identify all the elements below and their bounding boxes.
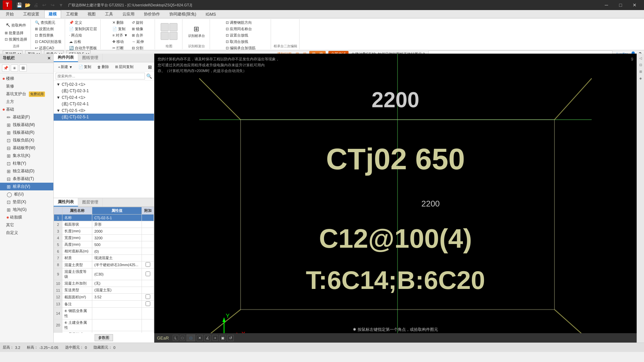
nav-item-base-support[interactable]: 基坑支护台 免费试用 xyxy=(0,90,53,98)
right-sb-btn-2[interactable]: ⊡ xyxy=(638,62,644,68)
nav-pin-icon[interactable]: 📌 xyxy=(2,64,9,72)
nav-item-other[interactable]: 其它 xyxy=(0,221,53,229)
tab-property-list[interactable]: 属性列表 xyxy=(54,198,78,206)
tab-tools[interactable]: 工具 xyxy=(101,10,117,18)
quick-redo[interactable]: ↪ xyxy=(49,1,56,9)
nav-item-foundation-beam[interactable]: ✏ 基础梁(F) xyxy=(0,113,53,121)
canvas-btn-grid[interactable]: ▣ xyxy=(219,335,226,341)
tree-item-ctj02-4[interactable]: ▼ CTj-02-4 <1> xyxy=(54,95,154,101)
prop-row-attach-11[interactable] xyxy=(142,294,154,301)
set-scale-btn[interactable]: ⊞ 设置比例 xyxy=(34,26,63,32)
two-points-btn[interactable]: · 两点绘 xyxy=(68,33,98,38)
draw-tool-4[interactable] xyxy=(169,32,177,40)
right-sb-btn-1[interactable]: ◁ xyxy=(638,55,644,61)
set-release-btn[interactable]: ⊡ 设置台放线 xyxy=(224,33,257,38)
new-component-btn[interactable]: + 新建 ▼ xyxy=(56,63,75,70)
quick-more[interactable]: ▼ xyxy=(57,1,65,9)
canvas-btn-L[interactable]: L xyxy=(173,335,178,341)
copy-layer-btn[interactable]: 📄 复制到其它层 xyxy=(68,26,98,32)
draw-tool-3[interactable] xyxy=(161,32,169,40)
copy-btn[interactable]: 📄 复制 xyxy=(111,26,129,32)
nav-item-column-pier[interactable]: ⊡ 柱墩(Y) xyxy=(0,160,53,167)
nav-item-trench[interactable]: ⊞ 地沟(G) xyxy=(0,206,53,214)
tab-engineering[interactable]: 工程设置 xyxy=(19,10,44,18)
tab-coop[interactable]: 协价协作 xyxy=(140,10,164,18)
canvas-btn-x[interactable]: ✕ xyxy=(197,335,203,341)
right-sb-btn-4[interactable]: ◈ xyxy=(638,75,644,81)
extend-btn[interactable]: → 延伸 xyxy=(130,39,145,45)
nav-list-icon[interactable]: ≡ xyxy=(11,64,18,72)
nav-item-isolated[interactable]: ⊞ 独立基础(D) xyxy=(0,167,53,175)
tab-coop2[interactable]: 协同建模(限免) xyxy=(165,10,201,18)
prop-row-value-0[interactable] xyxy=(92,215,142,221)
component-list-expand-icon[interactable]: ⊞ xyxy=(148,64,152,70)
nav-item-base-band[interactable]: ⊟ 基础板带(W) xyxy=(0,144,53,152)
prop-row-attach-7[interactable] xyxy=(142,261,154,268)
canvas-btn-plus[interactable]: + xyxy=(212,335,218,341)
find-replace-btn[interactable]: ⊡ 查找替换 xyxy=(34,33,63,38)
quick-open[interactable]: 📂 xyxy=(24,1,31,9)
nav-item-foundation[interactable]: 基础 xyxy=(0,106,53,113)
right-sb-btn-3[interactable]: ⊞ xyxy=(638,68,644,74)
floor-copy-btn[interactable]: ⊞ 层间复制 xyxy=(113,63,136,70)
cad-identify-btn[interactable]: ⊡ CAD识别选项 xyxy=(34,39,63,45)
nav-item-raft-rebar[interactable]: ⊡ 筏板负筋(X) xyxy=(0,136,53,144)
quick-undo[interactable]: ↩ xyxy=(41,1,48,9)
tab-drawing-mgmt[interactable]: 图纸管理 xyxy=(78,54,103,62)
tab-component-list[interactable]: 构件列表 xyxy=(54,54,78,62)
maximize-btn[interactable]: □ xyxy=(614,0,627,10)
draw-tool-1[interactable] xyxy=(161,23,169,31)
nav-item-strip[interactable]: ⊟ 条形基础(T) xyxy=(0,175,53,183)
quick-print[interactable]: 🖨 xyxy=(32,1,40,9)
tab-layer-mgmt[interactable]: 图层管理 xyxy=(78,198,103,206)
nav-item-cushion[interactable]: ⊡ 垫层(X) xyxy=(0,198,53,206)
nav-item-pile[interactable]: ◯ 桩(U) xyxy=(0,190,53,198)
nav-grid-icon[interactable]: ⊞ xyxy=(19,64,27,72)
delete-btn[interactable]: ✕ 删除 xyxy=(111,20,129,25)
nav-item-custom[interactable]: 自定义 xyxy=(0,229,53,237)
prop-row-attach-12[interactable] xyxy=(142,301,154,308)
tab-cloud[interactable]: 云应用 xyxy=(118,10,139,18)
tab-engineering2[interactable]: 工程量 xyxy=(62,10,83,18)
search-input[interactable] xyxy=(56,73,145,79)
tree-item-ctj02-3-1[interactable]: (底) CTj-02-3-1 xyxy=(54,87,154,95)
define-btn[interactable]: 📌 定义 xyxy=(68,20,98,25)
tree-item-ctj02-3[interactable]: ▼ CTj-02-3 <1> xyxy=(54,81,154,87)
mirror-btn[interactable]: ⊞ 镜像 xyxy=(130,26,145,32)
attr-select[interactable]: ⊡ 按属性选择 xyxy=(3,37,29,42)
cancel-release-btn[interactable]: ⊡ 取消台放线 xyxy=(224,39,257,45)
tree-item-ctj02-5[interactable]: ▼ CTj-02-5 <0> xyxy=(54,108,154,114)
find-draw-btn[interactable]: 🔍 查找图元 xyxy=(34,20,63,25)
tree-item-ctj02-5-1[interactable]: (底) CTj-02-5-1 xyxy=(54,114,154,121)
nav-item-brick-mold[interactable]: 砖胎膜 xyxy=(0,214,53,221)
close-btn[interactable]: ✕ xyxy=(628,0,641,10)
tree-item-ctj02-4-1[interactable]: (底) CTj-02-4-1 xyxy=(54,101,154,108)
canvas-btn-rect[interactable]: □ xyxy=(180,335,185,341)
canvas-btn-active-rect[interactable]: □ xyxy=(186,335,195,341)
nav-close-icon[interactable]: ✕ xyxy=(47,56,51,61)
batch-select[interactable]: ⊞ 批量选择 xyxy=(3,30,29,36)
adj-method-btn[interactable]: ⊡ 调整钢筋方向 xyxy=(224,20,257,25)
merge-btn[interactable]: ⊞ 合并 xyxy=(130,33,145,38)
nav-item-stairs[interactable]: 楼梯 xyxy=(0,75,53,82)
align-btn[interactable]: ≡ 对齐 ▼ xyxy=(111,33,129,38)
nav-item-raft-m[interactable]: ⊞ 筏板基础(M) xyxy=(0,121,53,129)
pick-btn[interactable]: ↖拾取构件 xyxy=(3,21,29,29)
tab-igms[interactable]: IGMS xyxy=(201,10,220,18)
copy-component-btn[interactable]: 📄 复制 xyxy=(76,63,94,70)
rotate-btn[interactable]: ↺ 旋转 xyxy=(130,20,145,25)
app-same-btn[interactable]: ⊡ 应用同名称台 xyxy=(224,26,257,32)
delete-component-btn[interactable]: 🗑 删除 xyxy=(95,63,111,70)
quick-save[interactable]: 💾 xyxy=(15,1,23,9)
cloud-check-btn[interactable]: ☁ 云检 xyxy=(68,39,98,45)
move-btn[interactable]: ✥ 移动 xyxy=(111,39,129,45)
tab-build[interactable]: 建模 xyxy=(44,10,61,18)
prop-row-attach-8[interactable] xyxy=(142,268,154,280)
draw-tool-2[interactable] xyxy=(169,23,177,31)
nav-item-pile-cap[interactable]: ⊞ 桩承台(V) xyxy=(0,183,53,190)
tab-view[interactable]: 视图 xyxy=(83,10,100,18)
canvas-btn-rotate[interactable]: ↺ xyxy=(227,335,234,341)
param-btn[interactable]: 参数图 xyxy=(95,334,113,341)
nav-item-earthwork[interactable]: 土方 xyxy=(0,98,53,106)
search-icon[interactable]: 🔍 xyxy=(146,73,152,79)
